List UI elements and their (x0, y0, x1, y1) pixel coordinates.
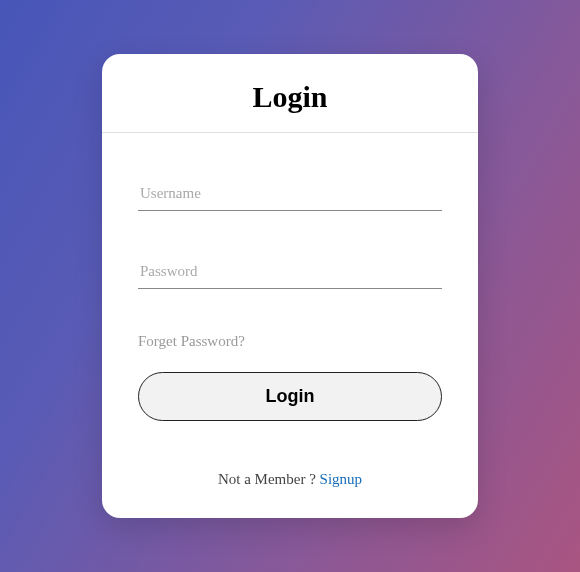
not-member-text: Not a Member ? (218, 471, 320, 487)
login-card: Login Forget Password? Login Not a Membe… (102, 54, 478, 518)
card-header: Login (102, 54, 478, 133)
signup-footer: Not a Member ? Signup (102, 447, 478, 518)
card-body: Forget Password? Login (102, 133, 478, 447)
page-title: Login (102, 80, 478, 114)
signup-link[interactable]: Signup (320, 471, 363, 487)
username-input[interactable] (138, 177, 442, 211)
forgot-password-link[interactable]: Forget Password? (138, 333, 442, 350)
login-button[interactable]: Login (138, 372, 442, 421)
password-input[interactable] (138, 255, 442, 289)
